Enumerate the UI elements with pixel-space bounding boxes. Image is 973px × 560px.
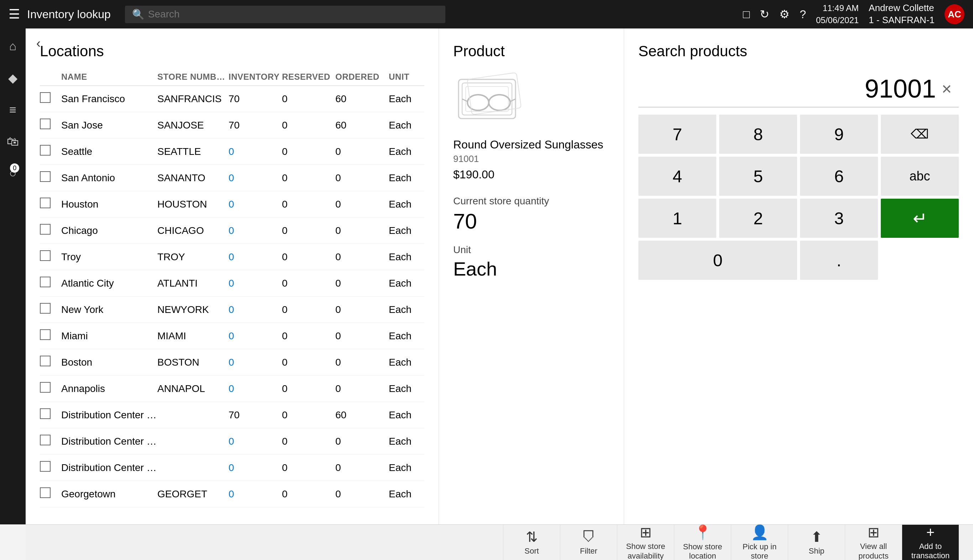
refresh-icon[interactable]: ↻ bbox=[760, 7, 769, 21]
search-icon: 🔍 bbox=[132, 8, 145, 20]
table-row[interactable]: Distribution Center - West Region 0 0 0 … bbox=[40, 455, 424, 481]
numpad-key-3[interactable]: 3 bbox=[800, 198, 878, 238]
show-store-location-label: Show storelocation bbox=[683, 542, 722, 560]
monitor-icon[interactable]: □ bbox=[743, 8, 750, 21]
view-all-products-button[interactable]: ⊞ View allproducts bbox=[845, 525, 902, 560]
row-reserved: 0 bbox=[282, 120, 335, 131]
row-checkbox[interactable] bbox=[40, 435, 58, 448]
row-reserved: 0 bbox=[282, 278, 335, 289]
table-row[interactable]: Atlantic City ATLANTI 0 0 0 Each bbox=[40, 270, 424, 297]
table-row[interactable]: Seattle SEATTLE 0 0 0 Each bbox=[40, 138, 424, 165]
numpad-key-abc[interactable]: abc bbox=[881, 157, 959, 196]
row-ordered: 60 bbox=[335, 120, 389, 131]
row-checkbox[interactable] bbox=[40, 277, 58, 290]
search-bar[interactable]: 🔍 bbox=[125, 6, 445, 23]
numpad-key-5[interactable]: 5 bbox=[719, 157, 797, 196]
show-store-location-button[interactable]: 📍 Show storelocation bbox=[674, 525, 731, 560]
row-checkbox[interactable] bbox=[40, 408, 58, 422]
numpad-key-[interactable]: . bbox=[800, 241, 878, 280]
row-checkbox[interactable] bbox=[40, 487, 58, 500]
row-inventory: 70 bbox=[228, 120, 282, 131]
sidebar-icon-menu[interactable]: ≡ bbox=[6, 99, 20, 120]
main-content: Locations NAME STORE NUMBER INVENTORY RE… bbox=[26, 28, 973, 524]
show-store-availability-button[interactable]: ⊞ Show storeavailability bbox=[617, 525, 674, 560]
numpad-key-4[interactable]: 4 bbox=[638, 157, 716, 196]
row-unit: Each bbox=[389, 330, 424, 342]
filter-icon: ⛉ bbox=[582, 529, 596, 545]
settings-icon[interactable]: ⚙ bbox=[779, 7, 790, 21]
table-row[interactable]: Houston HOUSTON 0 0 0 Each bbox=[40, 191, 424, 218]
numpad-key-9[interactable]: 9 bbox=[800, 115, 878, 154]
row-store: SEATTLE bbox=[157, 146, 228, 157]
sort-button[interactable]: ⇅ Sort bbox=[503, 525, 560, 560]
numpad-key-2[interactable]: 2 bbox=[719, 198, 797, 238]
row-checkbox[interactable] bbox=[40, 461, 58, 474]
row-checkbox[interactable] bbox=[40, 118, 58, 132]
col-ord-header: ORDERED bbox=[335, 72, 389, 82]
table-row[interactable]: Distribution Center - East Region 0 0 0 … bbox=[40, 428, 424, 455]
pick-up-in-store-button[interactable]: 👤 Pick up instore bbox=[731, 525, 788, 560]
row-checkbox[interactable] bbox=[40, 171, 58, 184]
sidebar-icon-bag[interactable]: 🛍 bbox=[3, 131, 22, 152]
row-name: Miami bbox=[58, 330, 157, 342]
row-unit: Each bbox=[389, 278, 424, 289]
product-price: $190.00 bbox=[453, 168, 610, 181]
ship-button[interactable]: ⬆ Ship bbox=[788, 525, 845, 560]
col-unit-header: UNIT bbox=[389, 72, 424, 82]
row-store: ATLANTI bbox=[157, 278, 228, 289]
row-checkbox[interactable] bbox=[40, 356, 58, 369]
numpad-key-1[interactable]: 1 bbox=[638, 198, 716, 238]
search-input[interactable] bbox=[148, 8, 438, 20]
table-row[interactable]: Chicago CHICAGO 0 0 0 Each bbox=[40, 218, 424, 244]
row-inventory: 0 bbox=[228, 383, 282, 395]
row-name: Atlantic City bbox=[58, 278, 157, 289]
numpad-key-[interactable]: ↵ bbox=[881, 198, 959, 238]
row-name: Chicago bbox=[58, 225, 157, 237]
ship-icon: ⬆ bbox=[811, 529, 823, 545]
numpad-key-8[interactable]: 8 bbox=[719, 115, 797, 154]
row-checkbox[interactable] bbox=[40, 92, 58, 105]
row-checkbox[interactable] bbox=[40, 250, 58, 263]
row-checkbox[interactable] bbox=[40, 224, 58, 237]
numpad-clear-icon[interactable]: × bbox=[942, 79, 951, 98]
avatar[interactable]: AC bbox=[945, 4, 965, 24]
add-to-transaction-button[interactable]: + Add totransaction bbox=[902, 525, 959, 560]
table-row[interactable]: Troy TROY 0 0 0 Each bbox=[40, 244, 424, 270]
row-checkbox[interactable] bbox=[40, 303, 58, 316]
table-row[interactable]: Annapolis ANNAPOL 0 0 0 Each bbox=[40, 376, 424, 402]
table-header: NAME STORE NUMBER INVENTORY RESERVED ORD… bbox=[40, 68, 424, 86]
topbar-time: 11:49 AM 05/06/2021 bbox=[816, 2, 859, 26]
table-row[interactable]: New York NEWYORK 0 0 0 Each bbox=[40, 297, 424, 323]
row-checkbox[interactable] bbox=[40, 198, 58, 211]
sidebar-icon-home[interactable]: ⌂ bbox=[6, 36, 20, 57]
table-row[interactable]: Boston BOSTON 0 0 0 Each bbox=[40, 349, 424, 376]
sidebar: ⌂ ◆ ≡ 🛍 ○ 0 bbox=[0, 28, 26, 524]
row-checkbox[interactable] bbox=[40, 382, 58, 395]
table-row[interactable]: San Francisco SANFRANCIS 70 0 60 Each bbox=[40, 86, 424, 112]
sidebar-icon-diamond[interactable]: ◆ bbox=[5, 67, 21, 88]
hamburger-icon[interactable]: ☰ bbox=[8, 7, 20, 22]
back-button[interactable]: ‹ bbox=[28, 33, 49, 54]
filter-button[interactable]: ⛉ Filter bbox=[560, 525, 617, 560]
numpad-key-[interactable]: ⌫ bbox=[881, 115, 959, 154]
row-unit: Each bbox=[389, 146, 424, 157]
table-row[interactable]: Georgetown GEORGET 0 0 0 Each bbox=[40, 481, 424, 507]
numpad-key-7[interactable]: 7 bbox=[638, 115, 716, 154]
numpad-key-0[interactable]: 0 bbox=[638, 241, 797, 280]
help-icon[interactable]: ? bbox=[800, 8, 806, 21]
table-row[interactable]: San Jose SANJOSE 70 0 60 Each bbox=[40, 112, 424, 138]
row-inventory: 70 bbox=[228, 409, 282, 421]
row-checkbox[interactable] bbox=[40, 145, 58, 158]
row-name: San Jose bbox=[58, 120, 157, 131]
product-image-svg bbox=[455, 72, 523, 126]
col-store-header: STORE NUMBER bbox=[157, 72, 228, 82]
table-row[interactable]: San Antonio SANANTO 0 0 0 Each bbox=[40, 165, 424, 191]
product-title: Product bbox=[453, 43, 610, 60]
numpad-key-6[interactable]: 6 bbox=[800, 157, 878, 196]
row-checkbox[interactable] bbox=[40, 329, 58, 342]
sidebar-icon-badge[interactable]: ○ 0 bbox=[6, 163, 20, 184]
row-inventory: 70 bbox=[228, 93, 282, 105]
table-row[interactable]: Miami MIAMI 0 0 0 Each bbox=[40, 323, 424, 349]
table-row[interactable]: Distribution Center - Central Regi... 70… bbox=[40, 402, 424, 428]
row-inventory: 0 bbox=[228, 488, 282, 500]
